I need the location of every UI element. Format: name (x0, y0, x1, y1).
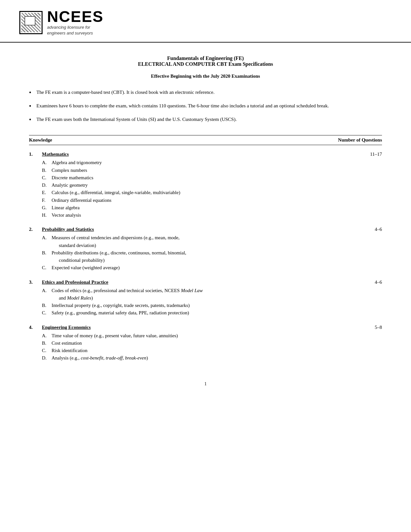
item-text: Complex numbers (52, 167, 343, 174)
ncees-title: NCEES (47, 9, 103, 25)
item-label: B. (42, 340, 50, 347)
section-4: 4. Engineering Economics A.Time value of… (29, 325, 382, 362)
list-item: A. Measures of central tendencies and di… (42, 234, 343, 249)
list-item: H.Vector analysis (42, 212, 343, 219)
item-text: Time value of money (e.g., present value… (52, 332, 343, 340)
list-item: A.Algebra and trigonometry (42, 159, 343, 166)
title-line1: Fundamentals of Engineering (FE) (29, 55, 382, 61)
col-questions-label: Number of Questions (338, 137, 382, 143)
list-item: F.Ordinary differential equations (42, 197, 343, 204)
item-label: A. (42, 287, 50, 302)
list-item: B.Intellectual property (e.g., copyright… (42, 302, 343, 309)
bullet-3-text: The FE exam uses both the International … (36, 116, 237, 123)
page: NCEES advancing licensure for engineers … (0, 0, 411, 532)
item-label: D. (42, 182, 50, 189)
section-1: 1. Mathematics A.Algebra and trigonometr… (29, 152, 382, 219)
section-3-title: Ethics and Professional Practice (42, 280, 343, 285)
item-label: D. (42, 354, 50, 362)
item-text: Risk identification (52, 347, 343, 354)
section-1-questions: 11–17 (343, 152, 382, 219)
bullet-1-text: The FE exam is a computer-based test (CB… (36, 89, 214, 96)
section-2-title: Probability and Statistics (42, 227, 343, 232)
header: NCEES advancing licensure for engineers … (0, 0, 411, 43)
item-label: C. (42, 347, 50, 354)
bullets-list: The FE exam is a computer-based test (CB… (29, 89, 382, 123)
ncees-subtitle-line2: engineers and surveyors (47, 31, 93, 35)
bullet-3: The FE exam uses both the International … (29, 116, 382, 123)
ncees-subtitle: advancing licensure for engineers and su… (47, 25, 103, 36)
section-2-items: A. Measures of central tendencies and di… (42, 234, 343, 271)
item-text: Vector analysis (52, 212, 343, 219)
item-label: H. (42, 212, 50, 219)
item-label: G. (42, 204, 50, 212)
section-1-number: 1. (29, 152, 42, 219)
list-item: D.Analysis (e.g., cost-benefit, trade-of… (42, 354, 343, 362)
section-3-content: Ethics and Professional Practice A. Code… (42, 280, 343, 317)
bullet-2-text: Examinees have 6 hours to complete the e… (36, 102, 329, 110)
list-item: D.Analytic geometry (42, 182, 343, 189)
section-3-questions: 4–6 (343, 280, 382, 317)
effective-date: Effective Beginning with the July 2020 E… (29, 74, 382, 79)
item-text: Calculus (e.g., differential, integral, … (52, 189, 343, 196)
item-label: C. (42, 264, 50, 271)
item-text: Discrete mathematics (52, 174, 343, 182)
list-item: G.Linear algebra (42, 204, 343, 212)
bullet-2: Examinees have 6 hours to complete the e… (29, 102, 382, 110)
section-4-questions: 5–8 (343, 325, 382, 362)
section-4-number: 4. (29, 325, 42, 362)
list-item: C.Discrete mathematics (42, 174, 343, 182)
section-3-items: A. Codes of ethics (e.g., professional a… (42, 287, 343, 317)
item-text: Analytic geometry (52, 182, 343, 189)
list-item: C.Expected value (weighted average) (42, 264, 343, 271)
table-header: Knowledge Number of Questions (29, 135, 382, 145)
logo-box (19, 11, 43, 34)
list-item: E.Calculus (e.g., differential, integral… (42, 189, 343, 196)
logo-image (21, 13, 41, 32)
item-text: Ordinary differential equations (52, 197, 343, 204)
list-item: B.Complex numbers (42, 167, 343, 174)
section-1-items: A.Algebra and trigonometry B.Complex num… (42, 159, 343, 219)
item-label: B. (42, 249, 50, 264)
item-text: Probability distributions (e.g., discret… (52, 249, 343, 264)
document-title: Fundamentals of Engineering (FE) ELECTRI… (29, 55, 382, 67)
list-item: B. Probability distributions (e.g., disc… (42, 249, 343, 264)
item-label: A. (42, 159, 50, 166)
section-2-questions: 4–6 (343, 227, 382, 271)
item-label: F. (42, 197, 50, 204)
item-label: A. (42, 332, 50, 340)
section-2-content: Probability and Statistics A. Measures o… (42, 227, 343, 271)
col-knowledge-label: Knowledge (29, 137, 52, 143)
section-4-items: A.Time value of money (e.g., present val… (42, 332, 343, 362)
list-item: C.Risk identification (42, 347, 343, 354)
item-text: Expected value (weighted average) (52, 264, 343, 271)
list-item: C.Safety (e.g., grounding, material safe… (42, 309, 343, 317)
list-item: A.Time value of money (e.g., present val… (42, 332, 343, 340)
logo-area: NCEES advancing licensure for engineers … (19, 9, 103, 36)
logo-text-area: NCEES advancing licensure for engineers … (47, 9, 103, 36)
main-content: Fundamentals of Engineering (FE) ELECTRI… (0, 43, 411, 399)
item-text: Analysis (e.g., cost-benefit, trade-off,… (52, 354, 343, 362)
title-line2: ELECTRICAL AND COMPUTER CBT Exam Specifi… (29, 61, 382, 67)
item-label: B. (42, 302, 50, 309)
item-label: C. (42, 174, 50, 182)
item-text: Linear algebra (52, 204, 343, 212)
section-4-content: Engineering Economics A.Time value of mo… (42, 325, 343, 362)
ncees-subtitle-line1: advancing licensure for (47, 25, 90, 30)
page-number: 1 (29, 381, 382, 387)
section-1-title: Mathematics (42, 152, 343, 157)
item-text: Codes of ethics (e.g., professional and … (52, 287, 343, 302)
item-text: Intellectual property (e.g., copyright, … (52, 302, 343, 309)
item-label: B. (42, 167, 50, 174)
item-label: E. (42, 189, 50, 196)
section-2-number: 2. (29, 227, 42, 271)
list-item: B.Cost estimation (42, 340, 343, 347)
section-3-number: 3. (29, 280, 42, 317)
item-text: Algebra and trigonometry (52, 159, 343, 166)
item-text: Safety (e.g., grounding, material safety… (52, 309, 343, 317)
item-label: C. (42, 309, 50, 317)
item-text: Cost estimation (52, 340, 343, 347)
section-4-title: Engineering Economics (42, 325, 343, 330)
list-item: A. Codes of ethics (e.g., professional a… (42, 287, 343, 302)
bullet-1: The FE exam is a computer-based test (CB… (29, 89, 382, 96)
section-1-content: Mathematics A.Algebra and trigonometry B… (42, 152, 343, 219)
